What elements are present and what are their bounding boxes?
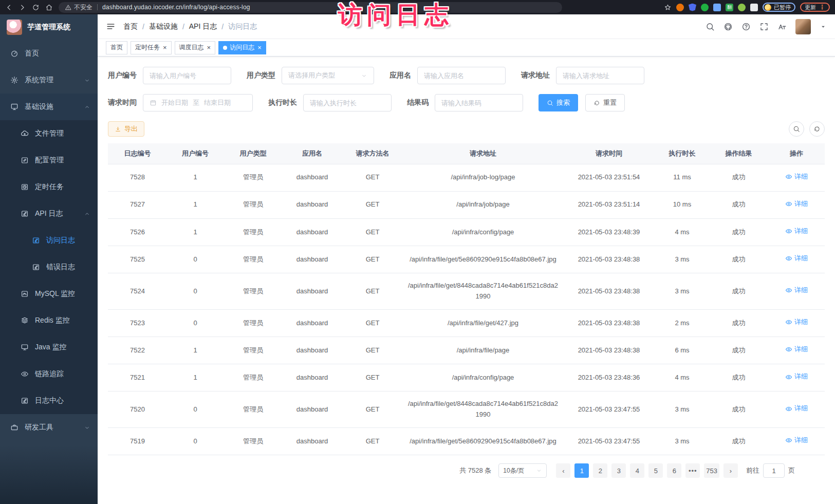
sidebar-item[interactable]: 链路追踪 xyxy=(0,361,98,387)
browser-menu-icon[interactable]: ⋮ xyxy=(819,4,825,11)
sidebar-item[interactable]: 基础设施 xyxy=(0,94,98,120)
search-button[interactable]: 搜索 xyxy=(539,94,578,111)
sidebar-item[interactable]: 文件管理 xyxy=(0,120,98,147)
sidebar-item[interactable]: Java 监控 xyxy=(0,334,98,361)
browser-update-button[interactable]: 更新 ⋮ xyxy=(800,3,830,12)
sidebar-item[interactable]: 访问日志 xyxy=(0,227,98,254)
sidebar-item[interactable]: 定时任务 xyxy=(0,174,98,200)
cell-method: GET xyxy=(342,273,403,310)
detail-link[interactable]: 详细 xyxy=(785,253,808,264)
extension-orange-icon[interactable] xyxy=(676,4,684,11)
request-url-input[interactable] xyxy=(556,67,644,84)
browser-forward-button[interactable] xyxy=(18,4,26,11)
sidebar-item[interactable]: 系统管理 xyxy=(0,67,98,94)
breadcrumb-item[interactable]: 首页 xyxy=(123,22,138,31)
sidebar-item[interactable]: 首页 xyxy=(0,40,98,67)
cell-result: 成功 xyxy=(709,428,768,455)
date-range-picker[interactable]: 开始日期 至 结束日期 xyxy=(143,94,253,111)
view-tab[interactable]: 定时任务× xyxy=(131,41,172,54)
detail-link[interactable]: 详细 xyxy=(785,285,808,296)
sidebar-item[interactable]: 研发工具 xyxy=(0,414,98,441)
font-size-button[interactable] xyxy=(777,22,787,31)
cell-time: 2021-05-03 23:47:55 xyxy=(563,391,655,428)
sidebar-item-label: Java 监控 xyxy=(35,343,66,352)
page-button[interactable]: 6 xyxy=(667,463,681,478)
toggle-search-button[interactable] xyxy=(789,121,804,137)
browser-back-button[interactable] xyxy=(5,4,13,11)
sidebar-item[interactable]: Redis 监控 xyxy=(0,307,98,334)
pager-ellipsis[interactable]: ••• xyxy=(685,463,700,478)
detail-link[interactable]: 详细 xyxy=(785,226,808,237)
result-code-input[interactable] xyxy=(435,94,523,111)
cell-id: 7526 xyxy=(108,218,167,246)
reset-button[interactable]: 重置 xyxy=(585,94,625,111)
close-icon[interactable]: × xyxy=(257,44,262,51)
app-logo xyxy=(7,20,22,35)
export-button[interactable]: 导出 xyxy=(108,121,144,137)
sidebar-item[interactable]: 日志中心 xyxy=(0,387,98,414)
close-icon[interactable]: × xyxy=(162,44,167,51)
view-tab[interactable]: 访问日志× xyxy=(218,41,266,54)
user-type-select[interactable]: 请选择用户类型 xyxy=(282,67,374,84)
extension-green-circle-icon[interactable] xyxy=(701,4,709,11)
sidebar-item[interactable]: MySQL 监控 xyxy=(0,281,98,307)
cell-action: 详细 xyxy=(768,364,825,391)
gear-icon xyxy=(10,76,18,84)
github-button[interactable] xyxy=(723,22,733,31)
view-tab[interactable]: 首页 xyxy=(106,41,127,54)
breadcrumb-item[interactable]: API 日志 xyxy=(189,22,217,31)
tab-label: 调度日志 xyxy=(179,43,204,52)
security-warning[interactable]: 不安全 xyxy=(65,3,92,12)
page-button[interactable]: 3 xyxy=(611,463,626,478)
caret-down-icon[interactable] xyxy=(820,23,827,30)
page-button[interactable]: 753 xyxy=(704,463,719,478)
browser-reload-button[interactable] xyxy=(32,4,40,11)
cell-method: GET xyxy=(342,309,403,337)
jump-page-input[interactable] xyxy=(763,463,785,478)
logo-bar[interactable]: 芋道管理系统 xyxy=(0,14,98,40)
sidebar-item[interactable]: 配置管理 xyxy=(0,147,98,174)
view-tab[interactable]: 调度日志× xyxy=(175,41,216,54)
page-button[interactable]: 5 xyxy=(648,463,663,478)
sidebar-item[interactable]: API 日志 xyxy=(0,200,98,227)
detail-link[interactable]: 详细 xyxy=(785,435,808,446)
refresh-table-button[interactable] xyxy=(809,121,825,137)
address-bar[interactable]: 不安全 dashboard.yudao.iocoder.cn/infra/log… xyxy=(59,2,562,13)
profile-paused-badge[interactable]: 已暂停 xyxy=(763,3,795,12)
user-id-input[interactable] xyxy=(143,67,231,84)
detail-link[interactable]: 详细 xyxy=(785,403,808,414)
duration-input[interactable] xyxy=(303,94,392,111)
next-page-button[interactable]: › xyxy=(723,463,738,478)
cell-user-type: 管理员 xyxy=(224,246,283,273)
extension-grid-icon[interactable] xyxy=(713,4,721,11)
detail-link[interactable]: 详细 xyxy=(785,199,808,210)
app-name-input[interactable] xyxy=(417,67,506,84)
browser-home-button[interactable] xyxy=(45,4,53,11)
prev-page-button[interactable]: ‹ xyxy=(556,463,570,478)
close-icon[interactable]: × xyxy=(207,44,211,51)
page-button[interactable]: 2 xyxy=(593,463,607,478)
page-button[interactable]: 1 xyxy=(574,463,589,478)
help-button[interactable] xyxy=(741,22,751,31)
search-button[interactable] xyxy=(706,22,715,31)
detail-link[interactable]: 详细 xyxy=(785,344,808,355)
extension-shield-icon[interactable] xyxy=(689,4,696,11)
bookmark-star-icon[interactable] xyxy=(664,4,672,11)
user-avatar[interactable] xyxy=(795,19,811,34)
extension-translate-icon[interactable]: 翻 xyxy=(726,4,733,11)
cell-id: 7521 xyxy=(108,364,167,391)
sidebar-item-label: Redis 监控 xyxy=(35,316,70,325)
cell-user-id: 0 xyxy=(167,428,224,455)
fullscreen-button[interactable] xyxy=(759,22,769,31)
detail-link[interactable]: 详细 xyxy=(785,172,808,182)
detail-link[interactable]: 详细 xyxy=(785,317,808,328)
cell-id: 7523 xyxy=(108,309,167,337)
extension-person-icon[interactable] xyxy=(738,4,746,11)
extension-puzzle-icon[interactable] xyxy=(750,4,758,11)
hamburger-icon[interactable] xyxy=(106,22,116,31)
page-button[interactable]: 4 xyxy=(630,463,644,478)
sidebar-item[interactable]: 错误日志 xyxy=(0,254,98,281)
detail-link[interactable]: 详细 xyxy=(785,371,808,382)
page-size-select[interactable]: 10条/页 xyxy=(498,463,547,478)
breadcrumb-item[interactable]: 基础设施 xyxy=(149,22,178,31)
